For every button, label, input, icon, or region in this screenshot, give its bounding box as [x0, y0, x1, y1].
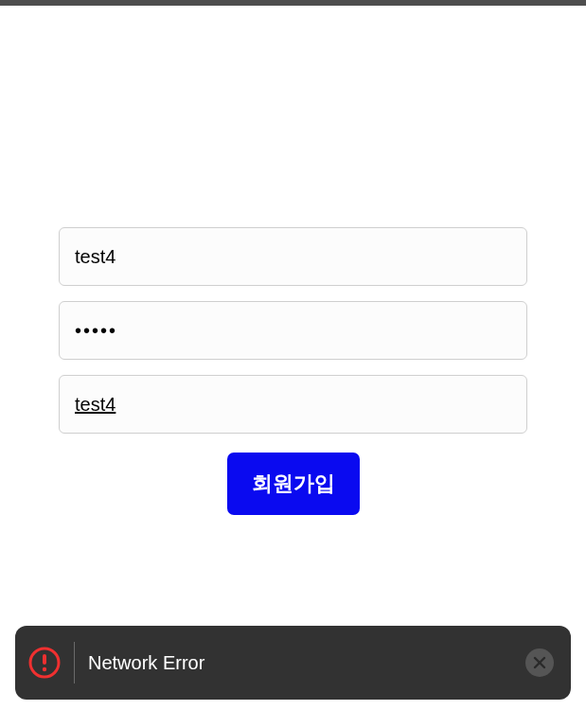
- password-input[interactable]: [59, 301, 527, 360]
- svg-rect-1: [43, 654, 46, 665]
- close-icon: [533, 656, 546, 669]
- toast-close-button[interactable]: [525, 648, 554, 677]
- signup-button[interactable]: 회원가입: [227, 453, 360, 515]
- username-input[interactable]: [59, 227, 527, 286]
- nickname-input[interactable]: [59, 375, 527, 434]
- signup-form: 회원가입: [0, 6, 586, 515]
- svg-point-2: [43, 667, 46, 671]
- error-icon: [28, 647, 61, 679]
- toast-message: Network Error: [88, 652, 512, 674]
- toast-divider: [74, 642, 75, 684]
- error-toast: Network Error: [15, 626, 571, 700]
